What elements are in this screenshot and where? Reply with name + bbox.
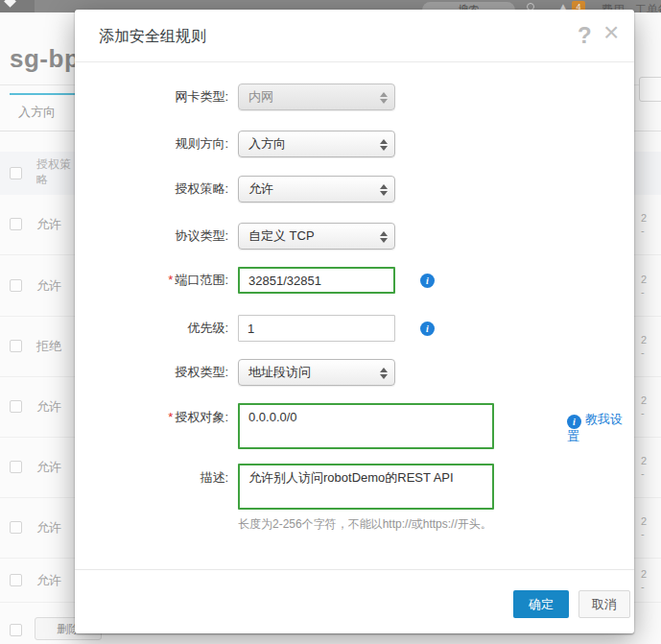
stepper-icon <box>378 135 390 155</box>
row-checkbox[interactable] <box>10 521 22 534</box>
form-row-auth-object: *授权对象: 0.0.0.0/0 i教我设置 <box>75 403 634 449</box>
close-icon[interactable]: × <box>603 17 619 48</box>
add-security-group-rule-dialog: 添加安全组规则 ? × 网卡类型: 内网 规则方向: 入方向 授权策略: 允许 <box>75 10 634 633</box>
auth-type-select[interactable]: 地址段访问 <box>238 359 395 386</box>
rule-direction-value: 入方向 <box>248 136 286 151</box>
row-checkbox[interactable] <box>10 218 22 230</box>
stepper-icon <box>378 88 390 107</box>
protocol-type-label: 协议类型: <box>75 223 228 250</box>
clipped-date-cell: 2- <box>641 515 647 540</box>
policy-cell: 允许 <box>36 398 61 416</box>
policy-cell: 允许 <box>36 277 61 295</box>
cancel-button[interactable]: 取消 <box>578 590 630 618</box>
form-row-auth-type: 授权类型: 地址段访问 <box>75 359 634 386</box>
row-checkbox[interactable] <box>10 400 22 413</box>
auth-type-label: 授权类型: <box>75 359 228 386</box>
policy-cell: 允许 <box>36 459 61 476</box>
logo-block[interactable] <box>0 0 35 12</box>
form-row-description: 描述: 允许别人访问robotDemo的REST API <box>75 464 634 510</box>
port-range-input[interactable] <box>238 267 395 294</box>
form-row-protocol-type: 协议类型: 自定义 TCP <box>75 223 634 250</box>
port-range-label: *端口范围: <box>75 267 228 294</box>
clipped-date-cell: 2- <box>641 455 647 480</box>
auth-policy-value: 允许 <box>248 181 273 196</box>
description-label: 描述: <box>75 464 228 485</box>
description-textarea[interactable]: 允许别人访问robotDemo的REST API <box>238 464 494 510</box>
clipped-date-cell: 2- <box>641 274 647 298</box>
cloud-logo-icon <box>4 0 16 8</box>
auth-policy-label: 授权策略: <box>75 176 228 203</box>
form-row-nic-type: 网卡类型: 内网 <box>75 83 634 110</box>
required-marker: * <box>168 273 173 287</box>
dialog-header: 添加安全组规则 ? × <box>75 10 634 62</box>
info-icon: i <box>567 415 581 429</box>
description-helper-text: 长度为2-256个字符，不能以http://或https://开头。 <box>238 516 492 533</box>
info-icon[interactable]: i <box>420 274 435 288</box>
policy-cell: 拒绝 <box>36 338 61 355</box>
screen: 搜索 ▲ 4 费用 工单 备案 sg-bp 入方向 授权策略 允许 2- 允许 … <box>0 0 661 644</box>
clipped-date-cell: 2- <box>641 334 647 359</box>
row-checkbox[interactable] <box>10 574 22 586</box>
clipped-page-button[interactable] <box>639 77 661 102</box>
form-row-auth-policy: 授权策略: 允许 <box>75 176 634 203</box>
clipped-date-cell: 2- <box>641 394 647 419</box>
auth-type-value: 地址段访问 <box>248 365 311 379</box>
form-row-priority: 优先级: i <box>75 315 634 342</box>
priority-label: 优先级: <box>75 315 228 342</box>
help-icon[interactable]: ? <box>578 22 592 49</box>
clipped-date-cell: 2- <box>641 212 647 237</box>
dialog-title: 添加安全组规则 <box>99 10 206 62</box>
nic-type-value: 内网 <box>248 89 273 104</box>
stepper-icon <box>378 180 390 200</box>
info-icon[interactable]: i <box>420 322 435 336</box>
form-row-rule-direction: 规则方向: 入方向 <box>75 131 634 157</box>
auth-policy-select[interactable]: 允许 <box>238 176 395 203</box>
policy-cell: 允许 <box>36 519 61 537</box>
required-marker: * <box>168 410 173 424</box>
rule-direction-label: 规则方向: <box>75 131 228 157</box>
auth-object-label: *授权对象: <box>75 403 228 424</box>
protocol-type-select[interactable]: 自定义 TCP <box>238 223 395 250</box>
stepper-icon <box>378 227 390 247</box>
protocol-type-value: 自定义 TCP <box>248 228 315 243</box>
page-title: sg-bp <box>10 44 80 74</box>
teach-me-link[interactable]: i教我设置 <box>567 411 634 445</box>
row-checkbox[interactable] <box>10 340 22 352</box>
policy-cell: 允许 <box>36 216 61 233</box>
nic-type-label: 网卡类型: <box>75 83 228 110</box>
footer-divider <box>75 569 634 570</box>
clipped-date-cell: 2- <box>641 568 647 593</box>
form-row-port-range: *端口范围: i <box>75 267 634 294</box>
row-checkbox[interactable] <box>10 279 22 292</box>
nic-type-select[interactable]: 内网 <box>238 83 395 110</box>
policy-cell: 允许 <box>36 572 61 589</box>
select-all-checkbox[interactable] <box>10 167 22 179</box>
topbar-menu-ticket[interactable]: 工单 <box>635 2 658 12</box>
row-checkbox[interactable] <box>10 461 22 473</box>
topbar-menu-beian[interactable]: 备案 <box>657 2 661 12</box>
auth-object-textarea[interactable]: 0.0.0.0/0 <box>238 403 494 449</box>
stepper-icon <box>378 364 390 383</box>
row-checkbox[interactable] <box>10 624 22 636</box>
confirm-button[interactable]: 确定 <box>513 590 569 618</box>
rule-direction-select[interactable]: 入方向 <box>238 131 395 157</box>
priority-input[interactable] <box>238 315 395 342</box>
